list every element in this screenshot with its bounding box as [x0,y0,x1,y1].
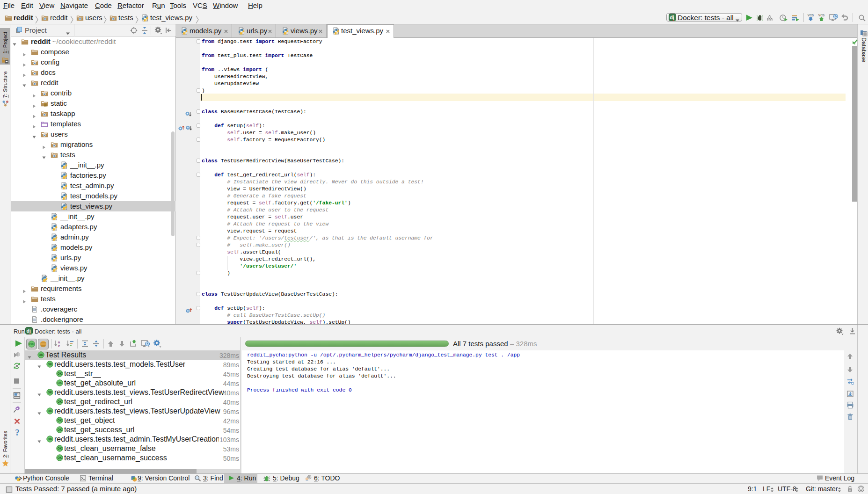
svg-text:OK: OK [48,363,52,366]
svg-text:OK: OK [58,419,62,422]
svg-text:dj: dj [670,15,674,20]
svg-text:OK: OK [58,381,62,385]
svg-text:OK: OK [39,353,44,356]
svg-text:OK: OK [48,391,52,394]
svg-text:OK: OK [29,342,34,346]
svg-text:OK: OK [58,447,62,450]
svg-text:OK: OK [58,428,62,431]
svg-text:OK: OK [58,372,62,375]
svg-text:z: z [58,344,60,348]
svg-text:OK: OK [48,409,52,413]
svg-text:OK: OK [48,437,52,441]
svg-text:OK: OK [58,456,62,459]
svg-text:VCS: VCS [808,14,814,17]
svg-text:?: ? [15,429,20,437]
svg-text:OK: OK [58,400,62,403]
svg-text:dj: dj [27,328,31,334]
svg-text:VCS: VCS [818,14,825,17]
